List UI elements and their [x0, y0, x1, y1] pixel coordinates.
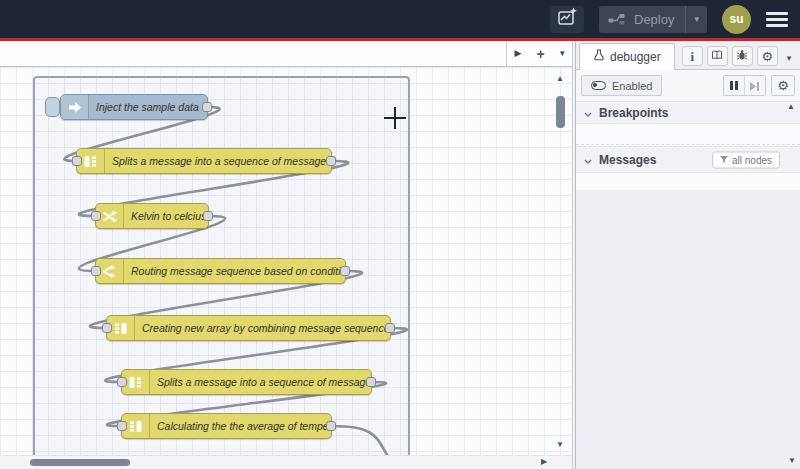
node-split[interactable]: Splits a message into a sequence of mess… [121, 369, 372, 395]
node-output-port[interactable] [385, 323, 395, 333]
chevron-down-icon [584, 151, 592, 169]
debugger-enabled-toggle[interactable]: Enabled [581, 75, 662, 96]
wire[interactable] [332, 426, 470, 456]
flow-list-button[interactable]: ▾ [560, 49, 565, 58]
chevron-down-icon [584, 104, 592, 122]
debugger-settings-button[interactable]: ⚙ [771, 75, 795, 96]
canvas-vertical-scrollbar-thumb[interactable] [556, 96, 565, 128]
node-output-port[interactable] [326, 421, 336, 431]
node-red-editor: Deploy ▾ su ▶ + ▾ [0, 0, 800, 469]
add-flow-button[interactable]: + [537, 47, 545, 61]
deploy-icon [608, 13, 632, 26]
flow-canvas[interactable]: Inject the sample data Splits a message … [0, 67, 572, 456]
canvas-horizontal-scrollbar-thumb[interactable] [30, 459, 130, 466]
flow-assistant-button[interactable] [550, 6, 584, 33]
tab-debug-messages-button[interactable] [732, 46, 753, 66]
messages-section-header[interactable]: Messages all nodes [576, 146, 800, 173]
gear-icon: ⚙ [777, 79, 789, 92]
main-menu-button[interactable] [766, 12, 788, 27]
sidebar: debugger i ⚙ ▾ [575, 41, 800, 469]
node-output-port[interactable] [326, 156, 336, 166]
section-title: Messages [599, 153, 656, 167]
main-area: ▶ + ▾ [0, 41, 800, 469]
node-switch[interactable]: Routing message sequence based on condit… [95, 258, 346, 284]
node-label: Splits a message into a sequence of mess… [105, 155, 331, 167]
pause-button[interactable] [724, 76, 744, 95]
tab-config-button[interactable]: ⚙ [757, 46, 778, 66]
node-inject[interactable]: Inject the sample data [60, 94, 208, 120]
node-label: Calculating the the average of temperatu… [150, 420, 331, 432]
menu-bar [766, 18, 788, 21]
section-title: Breakpoints [599, 106, 668, 120]
gear-icon: ⚙ [761, 50, 773, 63]
next-flow-button[interactable]: ▶ [515, 49, 522, 58]
app-header: Deploy ▾ su [0, 0, 800, 38]
sidebar-scroll-up-button[interactable]: ▲ [787, 103, 795, 111]
deploy-label: Deploy [632, 12, 676, 27]
crosshair-cursor [394, 107, 396, 129]
canvas-scroll-up-button[interactable]: ▲ [556, 75, 564, 83]
sidebar-scroll-down-button[interactable]: ▼ [788, 457, 796, 465]
debugger-toolbar: Enabled ⚙ [576, 70, 800, 101]
node-input-port[interactable] [102, 323, 112, 333]
node-change[interactable]: Kelvin to celcius [95, 203, 209, 229]
node-output-port[interactable] [340, 266, 350, 276]
node-input-port[interactable] [117, 421, 127, 431]
node-output-port[interactable] [203, 211, 213, 221]
node-input-port[interactable] [91, 211, 101, 221]
node-input-port[interactable] [91, 266, 101, 276]
node-label: Routing message sequence based on condit… [124, 265, 345, 277]
node-label: Splits a message into a sequence of mess… [150, 376, 371, 388]
canvas-scroll-down-button[interactable]: ▼ [556, 441, 564, 449]
sidebar-tabs: debugger i ⚙ ▾ [576, 41, 800, 70]
info-icon: i [690, 50, 694, 63]
node-label: Creating new array by combining message … [135, 322, 390, 334]
node-output-port[interactable] [366, 377, 376, 387]
step-button[interactable] [744, 76, 765, 95]
toggle-icon [591, 81, 606, 90]
tab-help-button[interactable] [707, 46, 728, 66]
node-output-port[interactable] [202, 102, 212, 112]
flow-tab-controls: ▶ + ▾ [506, 41, 572, 66]
menu-bar [766, 24, 788, 27]
node-label: Kelvin to celcius [124, 210, 208, 222]
node-label: Inject the sample data [89, 101, 207, 113]
node-join[interactable]: Calculating the the average of temperatu… [121, 413, 332, 439]
deploy-options-caret[interactable]: ▾ [685, 6, 707, 33]
deploy-button[interactable]: Deploy ▾ [599, 6, 707, 33]
sidebar-tab-list-button[interactable]: ▾ [787, 54, 792, 63]
bug-icon [736, 47, 748, 65]
node-input-port[interactable] [72, 156, 82, 166]
tab-info-button[interactable]: i [682, 46, 703, 66]
user-avatar[interactable]: su [722, 5, 751, 34]
inject-button[interactable] [45, 97, 60, 117]
messages-content [576, 173, 800, 190]
book-icon [711, 47, 723, 65]
menu-bar [766, 12, 788, 15]
canvas-scroll-right-button[interactable]: ▶ [541, 458, 547, 466]
tab-label: debugger [610, 50, 661, 64]
pause-step-group [723, 75, 766, 96]
node-join[interactable]: Creating new array by combining message … [106, 315, 391, 341]
breakpoints-content [576, 124, 800, 144]
flask-icon [593, 49, 605, 65]
node-input-port[interactable] [117, 377, 127, 387]
inject-icon [61, 95, 89, 119]
flow-tab-bar[interactable]: ▶ + ▾ [0, 41, 572, 67]
pause-icon [730, 81, 738, 90]
flow-sparkle-icon [556, 6, 578, 32]
step-icon [750, 77, 760, 95]
tab-debugger[interactable]: debugger [579, 43, 675, 70]
enabled-label: Enabled [612, 80, 652, 92]
node-split[interactable]: Splits a message into a sequence of mess… [76, 148, 332, 174]
debugger-controls: ⚙ [723, 75, 795, 96]
breakpoints-section-header[interactable]: Breakpoints [576, 101, 800, 124]
sidebar-empty-area [576, 190, 800, 469]
workspace: ▶ + ▾ [0, 41, 573, 469]
filter-label: all nodes [732, 154, 772, 165]
all-nodes-filter-button[interactable]: all nodes [712, 151, 780, 168]
funnel-icon [720, 154, 728, 165]
canvas-horizontal-scrollbar[interactable]: ▶ [0, 455, 572, 469]
